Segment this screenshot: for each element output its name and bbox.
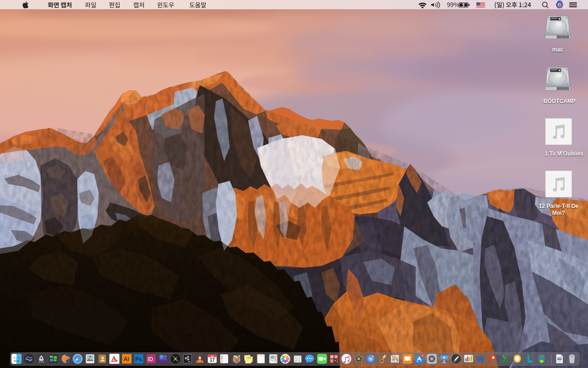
svg-text:JPG: JPG xyxy=(559,362,561,363)
svg-text:Mgmt: Mgmt xyxy=(248,357,251,359)
svg-text:4: 4 xyxy=(422,354,423,357)
svg-text:ID: ID xyxy=(147,356,153,362)
svg-text:17: 17 xyxy=(209,357,215,362)
svg-text:6월: 6월 xyxy=(210,355,213,357)
svg-text:Ps: Ps xyxy=(136,356,142,362)
svg-text:Ai: Ai xyxy=(124,356,129,362)
svg-text:W: W xyxy=(476,354,485,364)
